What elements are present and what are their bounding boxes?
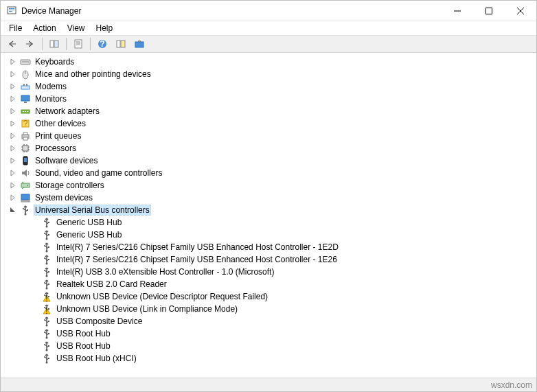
device-node[interactable]: Intel(R) 7 Series/C216 Chipset Family US… [8, 253, 536, 266]
svg-rect-38 [23, 146, 28, 151]
svg-point-53 [25, 214, 27, 216]
device-tree-panel[interactable]: KeyboardsMice and other pointing devices… [1, 53, 536, 378]
category-node[interactable]: Print queues [8, 130, 536, 142]
category-node[interactable]: Software devices [8, 154, 536, 167]
titlebar: Device Manager [1, 1, 536, 21]
svg-rect-10 [75, 40, 82, 48]
scan-hardware-button[interactable] [113, 36, 129, 51]
svg-rect-1 [9, 8, 14, 9]
show-hidden-devices-button[interactable] [131, 36, 148, 51]
device-node[interactable]: USB Root Hub [8, 340, 536, 352]
svg-rect-64 [48, 246, 49, 248]
category-node[interactable]: Modems [8, 80, 536, 93]
usb-icon [41, 316, 52, 327]
expand-icon[interactable] [8, 132, 19, 139]
svg-point-54 [23, 208, 24, 209]
expand-icon[interactable] [8, 145, 19, 152]
toolbar-separator [90, 38, 91, 50]
processor-icon [20, 143, 31, 154]
category-label: Network adapters [34, 106, 101, 116]
svg-point-63 [44, 245, 45, 246]
svg-rect-61 [48, 234, 49, 235]
svg-rect-32 [27, 111, 28, 112]
expand-icon[interactable] [8, 182, 19, 189]
expand-icon[interactable] [8, 95, 19, 102]
category-node[interactable]: Sound, video and game controllers [8, 167, 536, 179]
menu-action[interactable]: Action [27, 22, 61, 34]
other-icon: ? [20, 118, 31, 129]
svg-point-91 [44, 344, 45, 345]
keyboard-icon [20, 56, 31, 67]
svg-text:?: ? [100, 39, 104, 49]
expand-icon[interactable] [8, 83, 19, 90]
help-button[interactable]: ? [94, 36, 111, 51]
category-node[interactable]: Keyboards [8, 56, 536, 68]
category-node[interactable]: Monitors [8, 93, 536, 105]
device-node[interactable]: USB Composite Device [8, 315, 536, 327]
forward-button[interactable] [22, 36, 38, 51]
device-node[interactable]: USB Root Hub [8, 327, 536, 340]
device-label: USB Composite Device [55, 316, 144, 326]
svg-point-68 [46, 275, 48, 277]
device-node[interactable]: Intel(R) USB 3.0 eXtensible Host Control… [8, 266, 536, 278]
svg-point-88 [44, 332, 45, 333]
collapse-icon[interactable] [8, 207, 19, 214]
device-node[interactable]: Realtek USB 2.0 Card Reader [8, 278, 536, 290]
expand-icon[interactable] [8, 108, 19, 115]
svg-rect-81 [48, 308, 49, 310]
category-node[interactable]: ?Other devices [8, 117, 536, 130]
category-label: Processors [34, 143, 78, 153]
menu-file[interactable]: File [3, 22, 27, 34]
device-node[interactable]: Generic USB Hub [8, 216, 536, 229]
category-node[interactable]: Mice and other pointing devices [8, 68, 536, 80]
device-node[interactable]: Generic USB Hub [8, 229, 536, 241]
svg-point-94 [44, 356, 45, 358]
category-node[interactable]: Processors [8, 142, 536, 154]
svg-point-66 [44, 257, 45, 259]
category-node[interactable]: Network adapters [8, 105, 536, 117]
svg-rect-30 [23, 111, 24, 112]
svg-rect-95 [48, 358, 49, 359]
device-node[interactable]: !Unknown USB Device (Link in Compliance … [8, 303, 536, 315]
device-node[interactable]: !Unknown USB Device (Device Descriptor R… [8, 290, 536, 303]
menu-view[interactable]: View [62, 22, 91, 34]
device-label: Unknown USB Device (Device Descriptor Re… [55, 292, 269, 301]
toolbar-separator [42, 38, 43, 50]
device-node[interactable]: Intel(R) 7 Series/C216 Chipset Family US… [8, 241, 536, 253]
category-label: Modems [34, 82, 68, 91]
svg-point-60 [44, 233, 45, 234]
svg-rect-55 [27, 209, 28, 211]
category-node[interactable]: System devices [8, 192, 536, 204]
show-hide-tree-button[interactable] [46, 36, 62, 51]
menu-help[interactable]: Help [91, 22, 119, 34]
toolbar-separator [66, 38, 67, 50]
expand-icon[interactable] [8, 194, 19, 201]
expand-icon[interactable] [8, 120, 19, 127]
svg-point-84 [46, 325, 48, 327]
window-title: Device Manager [21, 6, 442, 16]
footer: wsxdn.com [1, 378, 536, 391]
svg-point-90 [46, 349, 48, 351]
expand-icon[interactable] [8, 170, 19, 176]
expand-icon[interactable] [8, 58, 19, 65]
back-button[interactable] [3, 36, 20, 51]
svg-text:?: ? [23, 119, 28, 128]
device-node[interactable]: USB Root Hub (xHCI) [8, 352, 536, 365]
category-node[interactable]: Storage controllers [8, 179, 536, 192]
svg-rect-3 [9, 11, 12, 12]
category-label: Storage controllers [34, 181, 106, 190]
close-button[interactable] [505, 1, 536, 21]
svg-rect-51 [21, 194, 30, 200]
expand-icon[interactable] [8, 157, 19, 164]
category-node[interactable]: Universal Serial Bus controllers [8, 204, 536, 216]
maximize-button[interactable] [473, 1, 505, 21]
svg-rect-17 [121, 41, 125, 47]
expand-icon[interactable] [8, 71, 19, 78]
usb-icon [41, 266, 52, 277]
properties-button[interactable] [70, 36, 87, 51]
svg-rect-16 [117, 41, 120, 47]
minimize-button[interactable] [442, 1, 473, 21]
svg-point-59 [46, 238, 48, 240]
svg-point-56 [46, 226, 48, 228]
device-label: USB Root Hub (xHCI) [55, 354, 138, 363]
